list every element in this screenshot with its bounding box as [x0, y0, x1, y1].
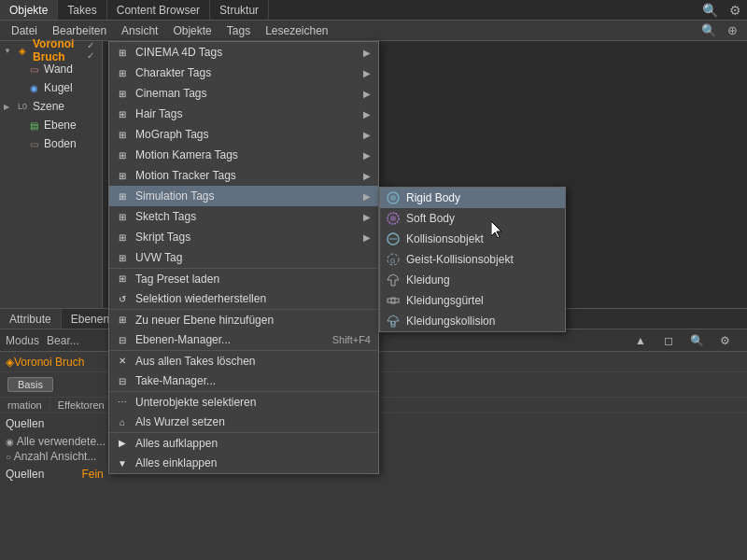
tree-item-ebene[interactable]: ▤ Ebene: [0, 116, 102, 134]
submenu-kleidung[interactable]: Kleidung: [380, 270, 565, 290]
ctx-unterobjekte[interactable]: ⋯ Unterobjekte selektieren: [109, 391, 378, 412]
arrow-motion-kamera: ▶: [363, 150, 371, 161]
ctx-ebenen-manager[interactable]: ⊟ Ebenen-Manager... Shift+F4: [109, 329, 378, 350]
tree-item-voronoi[interactable]: ▼ ◈ Voronoi Bruch ✓ ✓: [0, 41, 102, 60]
basis-button[interactable]: Basis: [7, 377, 53, 392]
tab-attribute[interactable]: Attribute: [0, 309, 62, 329]
ctx-simulation-tags[interactable]: ⊞ Simulation Tags ▶: [109, 186, 378, 206]
motion-kamera-icon: ⊞: [115, 147, 130, 162]
svg-rect-8: [388, 299, 399, 302]
kleidungsguerte-icon: [385, 292, 402, 309]
arrow-simulation: ▶: [363, 191, 371, 202]
ctx-tag-preset[interactable]: ⊞ Tag Preset laden: [109, 268, 378, 288]
svg-point-3: [390, 216, 396, 221]
svg-text:G: G: [390, 258, 395, 264]
arrow-cineman: ▶: [363, 89, 371, 99]
unterobjekte-icon: ⋯: [115, 395, 130, 410]
ctx-aus-allen-takes[interactable]: ✕ Aus allen Takes löschen: [109, 350, 378, 371]
submenu-geist-kollision[interactable]: G Geist-Kollisionsobjekt: [380, 249, 565, 270]
submenu-kleidungsguerte[interactable]: Kleidungsgürtel: [380, 290, 565, 311]
attr-icon-3[interactable]: 🔍: [687, 331, 706, 350]
motion-tracker-icon: ⊞: [115, 168, 130, 183]
tree-item-kugel[interactable]: ◉ Kugel: [0, 78, 102, 97]
ctx-zu-neuer-ebene[interactable]: ⊞ Zu neuer Ebene hinzufügen: [109, 309, 378, 329]
ctx-motion-kamera-tags[interactable]: ⊞ Motion Kamera Tags ▶: [109, 145, 378, 165]
ctx-cineman-tags[interactable]: ⊞ Cineman Tags ▶: [109, 83, 378, 104]
kollision-icon: [385, 231, 402, 247]
skript-icon: ⊞: [115, 230, 130, 245]
einklappen-icon: ▼: [115, 455, 130, 470]
submenu-kleidungskollision[interactable]: Kleidungskollision: [380, 311, 565, 331]
menu-tags[interactable]: Tags: [219, 22, 258, 39]
submenu-soft-body[interactable]: Soft Body: [380, 208, 565, 229]
menu-bar: Datei Bearbeiten Ansicht Objekte Tags Le…: [0, 21, 747, 41]
menu-ansicht[interactable]: Ansicht: [114, 22, 165, 39]
arrow-hair: ▶: [363, 109, 371, 119]
tab-takes[interactable]: Takes: [58, 0, 106, 20]
attr-icon-4[interactable]: ⚙: [715, 331, 734, 350]
menu-bearbeiten[interactable]: Bearbeiten: [45, 22, 114, 39]
ctx-charakter-tags[interactable]: ⊞ Charakter Tags ▶: [109, 63, 378, 83]
ctx-als-wurzel[interactable]: ⌂ Als Wurzel setzen: [109, 412, 378, 432]
ctx-skript-tags[interactable]: ⊞ Skript Tags ▶: [109, 227, 378, 247]
arrow-charakter: ▶: [363, 68, 371, 78]
submenu-kollisionsobjekt[interactable]: Kollisionsobjekt: [380, 229, 565, 249]
tab-rmation[interactable]: rmation: [0, 398, 50, 413]
attr-icon-2[interactable]: ◻: [659, 331, 678, 350]
ctx-selektion-wiederherstellen[interactable]: ↺ Selektion wiederherstellen: [109, 288, 378, 309]
ctx-cinema4d-tags[interactable]: ⊞ CINEMA 4D Tags ▶: [109, 42, 378, 63]
sketch-icon: ⊞: [115, 209, 130, 224]
ctx-uvw-tag[interactable]: ⊞ UVW Tag: [109, 247, 378, 268]
zoom-icon[interactable]: ⊕: [722, 21, 743, 39]
aufklappen-icon: ▶: [115, 436, 130, 451]
tree-item-szene[interactable]: ▶ L0 Szene: [0, 97, 102, 116]
ctx-take-manager[interactable]: ⊟ Take-Manager...: [109, 371, 378, 391]
uvw-icon: ⊞: [115, 250, 130, 265]
ctx-sketch-tags[interactable]: ⊞ Sketch Tags ▶: [109, 206, 378, 227]
arrow-skript: ▶: [363, 232, 371, 243]
ebenen-manager-icon: ⊟: [115, 332, 130, 347]
cinema4d-icon: ⊞: [115, 45, 130, 60]
menu-objekte[interactable]: Objekte: [165, 22, 218, 39]
simulation-icon: ⊞: [115, 189, 130, 203]
tab-effektoren[interactable]: Effektoren: [50, 398, 113, 413]
attr-toolbar-icons: ▲ ◻ 🔍 ⚙: [631, 331, 741, 350]
submenu-rigid-body[interactable]: Rigid Body: [380, 188, 565, 208]
settings-icon[interactable]: ⚙: [724, 1, 747, 20]
attr-modus[interactable]: Modus: [6, 334, 39, 347]
ctx-mograph-tags[interactable]: ⊞ MoGraph Tags ▶: [109, 124, 378, 145]
szene-label: Szene: [33, 100, 64, 113]
search-icon-2[interactable]: 🔍: [696, 21, 722, 39]
kugel-icon: ◉: [26, 81, 41, 94]
boden-icon: ▭: [26, 137, 41, 150]
ctx-alles-einklappen[interactable]: ▼ Alles einklappen: [109, 453, 378, 473]
szene-icon: L0: [15, 100, 30, 113]
voronoi-icon: ◈: [15, 44, 30, 57]
tab-struktur[interactable]: Struktur: [210, 0, 269, 20]
tree-item-wand[interactable]: ▭ Wand: [0, 60, 102, 78]
kleidungskollision-icon: [385, 313, 402, 329]
voronoi-tag-icons: ✓ ✓: [87, 40, 98, 61]
attr-icon-1[interactable]: ▲: [631, 331, 650, 350]
ctx-alles-aufklappen[interactable]: ▶ Alles aufklappen: [109, 432, 378, 453]
expand-icon-voronoi: ▼: [4, 47, 15, 55]
tree-item-boden[interactable]: ▭ Boden: [0, 134, 102, 153]
tab-content-browser[interactable]: Content Browser: [107, 0, 210, 20]
attr-bear[interactable]: Bear...: [47, 334, 79, 347]
ctx-motion-tracker-tags[interactable]: ⊞ Motion Tracker Tags ▶: [109, 165, 378, 186]
tag-preset-icon: ⊞: [115, 272, 130, 287]
wurzel-icon: ⌂: [115, 414, 130, 429]
menu-lesezeichen[interactable]: Lesezeichen: [258, 22, 335, 39]
wand-icon: ▭: [26, 63, 41, 76]
search-icon[interactable]: 🔍: [697, 1, 724, 20]
ctx-hair-tags[interactable]: ⊞ Hair Tags ▶: [109, 104, 378, 124]
hair-icon: ⊞: [115, 106, 130, 121]
selektion-icon: ↺: [115, 291, 130, 306]
top-tab-bar: Objekte Takes Content Browser Struktur 🔍…: [0, 0, 747, 21]
neue-ebene-icon: ⊞: [115, 313, 130, 328]
ebene-label: Ebene: [44, 119, 77, 132]
tab-objekte[interactable]: Objekte: [0, 0, 58, 20]
menu-datei[interactable]: Datei: [4, 22, 45, 39]
attr-object-name: Voronoi Bruch: [14, 356, 84, 369]
soft-body-icon: [385, 210, 402, 227]
